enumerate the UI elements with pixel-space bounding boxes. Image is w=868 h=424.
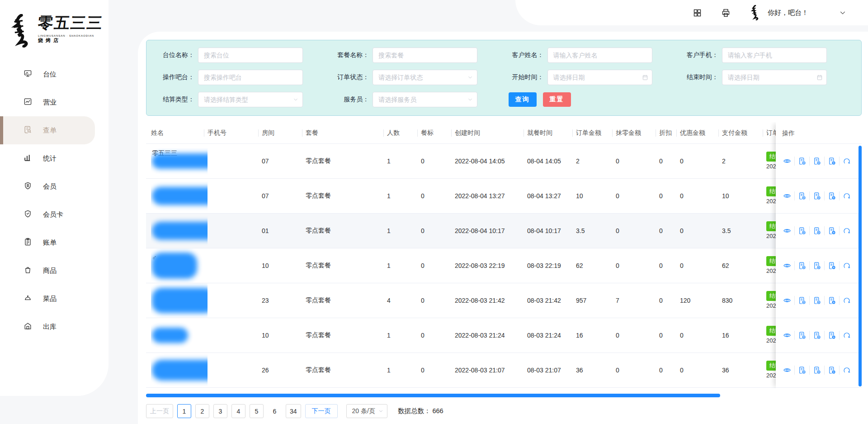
pay-cell: 2	[722, 157, 766, 165]
printer-icon[interactable]	[721, 8, 731, 18]
order-cancel-icon[interactable]	[809, 157, 824, 166]
room-cell: 07	[262, 192, 306, 200]
view-icon[interactable]	[779, 226, 794, 235]
order-restore-icon[interactable]	[824, 157, 839, 166]
order-invalid-icon[interactable]	[794, 366, 809, 375]
greeting-text: 你好，吧台！	[768, 9, 808, 17]
order-restore-icon[interactable]	[824, 226, 839, 235]
column-header: 姓名	[151, 129, 208, 137]
order-invalid-icon[interactable]	[794, 296, 809, 305]
refresh-icon[interactable]	[839, 296, 854, 305]
round-cell: 0	[616, 157, 659, 165]
filter-input[interactable]	[373, 70, 477, 85]
page-button-3[interactable]: 3	[213, 404, 227, 418]
filter-field: 结算类型：	[151, 92, 326, 107]
view-icon[interactable]	[779, 191, 794, 200]
sidebar-item-label: 商品	[43, 267, 57, 275]
sidebar-item-会员卡[interactable]: 会员卡	[0, 200, 108, 229]
order-restore-icon[interactable]	[824, 331, 839, 340]
filter-input[interactable]	[722, 48, 827, 63]
sidebar: 零五三三 LINGWUSANSAN · SHAOKAODIAN 烧烤店 台位营业…	[0, 0, 108, 396]
table-body: 零五三三07零点套餐102022-08-04 14:0508-04 14:052…	[146, 144, 862, 388]
dining-cell: 08-03 21:42	[527, 297, 576, 304]
order-cancel-icon[interactable]	[809, 296, 824, 305]
order-invalid-icon[interactable]	[794, 191, 809, 200]
refresh-icon[interactable]	[839, 331, 854, 340]
view-icon[interactable]	[779, 296, 794, 305]
row-actions	[776, 353, 858, 388]
chevron-down-icon[interactable]	[839, 9, 846, 16]
table-header-row: 姓名手机号房间套餐人数餐标创建时间就餐时间订单金额抹零金额折扣优惠金额支付金额订…	[146, 122, 862, 144]
order-cell: 957	[576, 297, 616, 304]
refresh-icon[interactable]	[839, 261, 854, 270]
filter-input[interactable]	[373, 92, 477, 107]
apps-grid-icon[interactable]	[693, 8, 702, 18]
filter-input[interactable]	[198, 48, 303, 63]
filter-input[interactable]	[547, 48, 652, 63]
page-button-2[interactable]: 2	[195, 404, 209, 418]
view-icon[interactable]	[779, 261, 794, 270]
sidebar-item-会员[interactable]: 会员	[0, 172, 108, 200]
refresh-icon[interactable]	[839, 226, 854, 235]
filter-input[interactable]	[198, 92, 303, 107]
sidebar-item-账单[interactable]: 账单	[0, 229, 108, 257]
sidebar-menu: 台位营业查单统计会员会员卡账单商品菜品出库	[0, 60, 108, 341]
refresh-icon[interactable]	[839, 191, 854, 200]
order-cancel-icon[interactable]	[809, 226, 824, 235]
sidebar-item-统计[interactable]: 统计	[0, 144, 108, 172]
filter-input[interactable]	[547, 70, 652, 85]
sidebar-item-营业[interactable]: 营业	[0, 88, 108, 116]
row-actions	[776, 248, 858, 283]
created-cell: 2022-08-04 14:05	[455, 157, 527, 165]
order-invalid-icon[interactable]	[794, 157, 809, 166]
table-row: 26零点套餐102022-08-03 21:0708-03 21:0736000…	[146, 353, 862, 388]
filter-label: 开始时间：	[500, 73, 544, 81]
order-restore-icon[interactable]	[824, 366, 839, 375]
brand-name: 零五三三	[37, 13, 104, 33]
order-restore-icon[interactable]	[824, 261, 839, 270]
sidebar-item-商品[interactable]: 商品	[0, 257, 108, 285]
sidebar-item-出库[interactable]: 出库	[0, 313, 108, 341]
table-station-icon	[24, 69, 32, 79]
page-button-34[interactable]: 34	[286, 404, 301, 418]
brand-calligraphy-icon	[10, 14, 35, 48]
view-icon[interactable]	[779, 366, 794, 375]
combo-cell: 零点套餐	[306, 157, 387, 165]
sidebar-item-台位[interactable]: 台位	[0, 60, 108, 88]
filter-field: 操作吧台：	[151, 70, 326, 85]
page-button-4[interactable]: 4	[231, 404, 245, 418]
order-restore-icon[interactable]	[824, 296, 839, 305]
filter-input[interactable]	[722, 70, 827, 85]
brand-subtitle: 烧烤店	[38, 37, 103, 44]
refresh-icon[interactable]	[839, 366, 854, 375]
vertical-scrollbar[interactable]	[859, 146, 862, 386]
horizontal-scrollbar[interactable]	[146, 394, 720, 397]
view-icon[interactable]	[779, 331, 794, 340]
order-restore-icon[interactable]	[824, 191, 839, 200]
order-invalid-icon[interactable]	[794, 261, 809, 270]
reset-button[interactable]: 重置	[543, 92, 571, 107]
coupon-cell: 0	[680, 157, 722, 165]
filter-input[interactable]	[373, 48, 477, 63]
sidebar-item-菜品[interactable]: 菜品	[0, 285, 108, 313]
redaction-blur	[152, 360, 208, 381]
order-cancel-icon[interactable]	[809, 331, 824, 340]
user-menu[interactable]: 你好，吧台！	[750, 5, 808, 20]
page-button-5[interactable]: 5	[250, 404, 264, 418]
order-cancel-icon[interactable]	[809, 191, 824, 200]
next-page-button[interactable]: 下一页	[305, 404, 338, 418]
refresh-icon[interactable]	[839, 157, 854, 166]
view-icon[interactable]	[779, 157, 794, 166]
calendar-icon	[816, 74, 823, 81]
order-cancel-icon[interactable]	[809, 366, 824, 375]
order-invalid-icon[interactable]	[794, 331, 809, 340]
redaction-blur	[152, 153, 208, 169]
page-button-6[interactable]: 6	[268, 404, 282, 418]
order-cancel-icon[interactable]	[809, 261, 824, 270]
sidebar-item-查单[interactable]: 查单	[0, 116, 95, 144]
filter-input[interactable]	[198, 70, 303, 85]
page-size-select[interactable]: 20 条/页	[346, 404, 387, 418]
order-invalid-icon[interactable]	[794, 226, 809, 235]
page-button-1[interactable]: 1	[177, 404, 191, 418]
search-button[interactable]: 查询	[509, 92, 537, 107]
